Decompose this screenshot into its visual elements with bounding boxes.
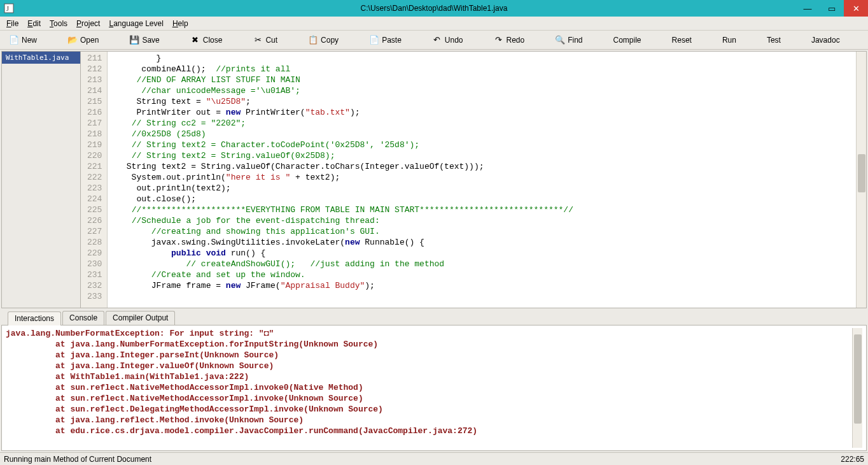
tool-cut[interactable]: ✂Cut [253, 35, 277, 45]
tool-find[interactable]: 🔍Find [555, 35, 582, 45]
code-line: combineAll(); //prints it all [111, 64, 852, 75]
code-line: //0x25D8 (25d8) [111, 129, 852, 140]
line-gutter: 211 212 213 214 215 216 217 218 219 220 … [81, 52, 108, 308]
tool-label: Test [767, 36, 781, 45]
tool-label: New [22, 36, 37, 45]
tool-new[interactable]: 📄New [9, 35, 37, 45]
menu-help[interactable]: Help [169, 18, 192, 29]
code-line: //END OF ARRAY LIST STUFF IN MAIN [111, 75, 852, 85]
bottom-tabs: InteractionsConsoleCompiler Output [1, 311, 867, 325]
tab-interactions[interactable]: Interactions [8, 311, 61, 326]
tool-label: Reset [672, 36, 692, 45]
code-line: public void run() { [111, 248, 852, 259]
code-line: JFrame frame = new JFrame("Appraisal Bud… [111, 280, 852, 291]
copy-icon: 📋 [308, 35, 318, 45]
tool-paste[interactable]: 📄Paste [369, 35, 402, 45]
code-line: out.close(); [111, 194, 852, 204]
menu-project[interactable]: Project [73, 18, 104, 29]
tool-label: Save [142, 36, 159, 45]
tool-reset[interactable]: Reset [672, 36, 692, 45]
code-line: //*********************EVERYTHING FROM T… [111, 204, 852, 215]
code-line: } [111, 53, 852, 64]
save-icon: 💾 [129, 35, 139, 45]
menu-file[interactable]: File [3, 18, 22, 29]
cursor-position: 222:65 [841, 455, 864, 464]
titlebar: J C:\Users\Dan\Desktop\dad\WithTable1.ja… [0, 0, 868, 17]
tab-console[interactable]: Console [62, 311, 104, 325]
editor-scrollbar[interactable] [856, 52, 866, 308]
code-line: //char unicodeMessage ='\u01AB'; [111, 85, 852, 96]
tab-compiler-output[interactable]: Compiler Output [106, 311, 175, 325]
menu-tools[interactable]: Tools [46, 18, 71, 29]
toolbar: 📄New📂Open💾Save✖Close✂Cut📋Copy📄Paste↶Undo… [0, 31, 868, 50]
bottom-panel: InteractionsConsoleCompiler Output java.… [1, 311, 867, 451]
code-line: System.out.println("here it is " + text2… [111, 172, 852, 183]
tool-label: Javadoc [811, 36, 840, 45]
tool-close[interactable]: ✖Close [190, 35, 223, 45]
scrollbar-thumb[interactable] [858, 154, 865, 192]
console-scrollbar-thumb[interactable] [854, 334, 862, 424]
code-line: // String text2 = String.valueOf(0x25D8)… [111, 150, 852, 161]
menu-edit[interactable]: Edit [24, 18, 45, 29]
editor[interactable]: 211 212 213 214 215 216 217 218 219 220 … [81, 52, 866, 308]
menu-language-level[interactable]: Language Level [105, 18, 167, 29]
code-line: // createAndShowGUI(); //just adding in … [111, 259, 852, 269]
code-line: String text2 = String.valueOf(Character.… [111, 161, 852, 172]
code-line: // String text2 = Character.toCodePoint(… [111, 140, 852, 150]
tool-undo[interactable]: ↶Undo [432, 35, 463, 45]
code-line: // String cc2 = "2202"; [111, 118, 852, 129]
new-icon: 📄 [9, 35, 19, 45]
code-line: out.println(text2); [111, 183, 852, 194]
tool-compile[interactable]: Compile [613, 36, 641, 45]
console-text: java.lang.NumberFormatException: For inp… [6, 328, 852, 448]
tool-copy[interactable]: 📋Copy [308, 35, 339, 45]
statusbar: Running main Method of Current Document … [0, 452, 868, 465]
code-line: //Create and set up the window. [111, 269, 852, 280]
main-area: WithTable1.java 211 212 213 214 215 216 … [1, 51, 867, 308]
tool-label: Paste [382, 36, 402, 45]
cut-icon: ✂ [253, 35, 263, 45]
menubar: FileEditToolsProjectLanguage LevelHelp [0, 17, 868, 31]
open-icon: 📂 [67, 35, 78, 45]
tool-test[interactable]: Test [767, 36, 781, 45]
paste-icon: 📄 [369, 35, 379, 45]
tool-label: Find [568, 36, 582, 45]
tool-label: Open [80, 36, 99, 45]
console-output[interactable]: java.lang.NumberFormatException: For inp… [1, 325, 867, 451]
code-line: //creating and showing this application'… [111, 226, 852, 237]
tool-open[interactable]: 📂Open [67, 35, 99, 45]
undo-icon: ↶ [432, 35, 442, 45]
find-icon: 🔍 [555, 35, 565, 45]
tool-redo[interactable]: ↷Redo [494, 35, 525, 45]
status-message: Running main Method of Current Document [4, 455, 151, 464]
console-scrollbar[interactable] [852, 328, 862, 448]
tool-javadoc[interactable]: Javadoc [811, 36, 840, 45]
tool-label: Copy [321, 36, 339, 45]
tool-label: Undo [445, 36, 463, 45]
window-title: C:\Users\Dan\Desktop\dad\WithTable1.java [0, 4, 868, 13]
code-line: String text = "\u25D8"; [111, 96, 852, 107]
sidebar-file-tab[interactable]: WithTable1.java [2, 52, 80, 64]
code-area[interactable]: } combineAll(); //prints it all //END OF… [108, 52, 856, 308]
redo-icon: ↷ [494, 35, 504, 45]
file-sidebar: WithTable1.java [2, 52, 81, 308]
code-line: javax.swing.SwingUtilities.invokeLater(n… [111, 237, 852, 248]
close-icon: ✖ [190, 35, 200, 45]
code-line: PrintWriter out = new PrintWriter("tab.t… [111, 107, 852, 118]
tool-label: Cut [265, 36, 277, 45]
tool-label: Redo [507, 36, 525, 45]
tool-label: Compile [613, 36, 641, 45]
tool-label: Close [203, 36, 223, 45]
tool-run[interactable]: Run [722, 36, 736, 45]
code-line: //Schedule a job for the event-dispatchi… [111, 215, 852, 226]
tool-save[interactable]: 💾Save [129, 35, 159, 45]
tool-label: Run [722, 36, 736, 45]
